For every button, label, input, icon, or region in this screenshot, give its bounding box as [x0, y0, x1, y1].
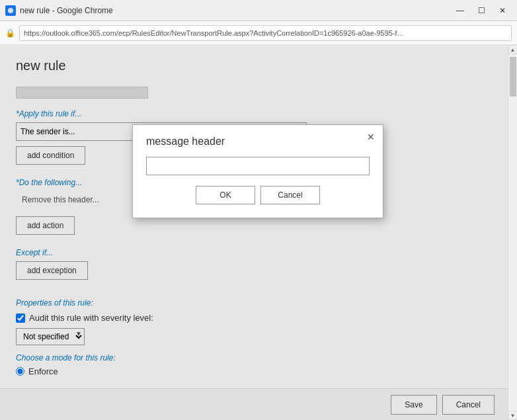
- scroll-down-arrow[interactable]: ▼: [508, 411, 518, 420]
- lock-icon: 🔒: [5, 28, 15, 38]
- minimize-button[interactable]: —: [451, 3, 469, 19]
- maximize-button[interactable]: ☐: [472, 3, 491, 19]
- close-button[interactable]: ✕: [493, 3, 512, 19]
- address-input[interactable]: [19, 25, 512, 41]
- scroll-up-arrow[interactable]: ▲: [508, 45, 518, 54]
- scrollbar-thumb[interactable]: [510, 57, 516, 97]
- modal-cancel-button[interactable]: Cancel: [260, 186, 320, 204]
- scrollbar: ▲ ▼: [508, 45, 517, 420]
- page-area: new rule *Apply this rule if... The send…: [0, 45, 508, 420]
- address-bar: 🔒: [0, 21, 517, 45]
- main-content: new rule *Apply this rule if... The send…: [0, 45, 517, 420]
- modal-buttons: OK Cancel: [146, 186, 370, 204]
- title-bar: new rule - Google Chrome — ☐ ✕: [0, 0, 517, 21]
- window-title: new rule - Google Chrome: [20, 6, 451, 15]
- modal-title: message header: [146, 136, 370, 147]
- modal-close-button[interactable]: ✕: [364, 130, 378, 144]
- window-controls: — ☐ ✕: [451, 3, 512, 19]
- modal-dialog: ✕ message header OK Cancel: [132, 124, 383, 218]
- modal-ok-button[interactable]: OK: [196, 186, 255, 204]
- browser-icon: [5, 5, 16, 16]
- modal-overlay: ✕ message header OK Cancel: [0, 45, 508, 420]
- svg-point-0: [8, 8, 13, 13]
- modal-header-input[interactable]: [146, 157, 370, 175]
